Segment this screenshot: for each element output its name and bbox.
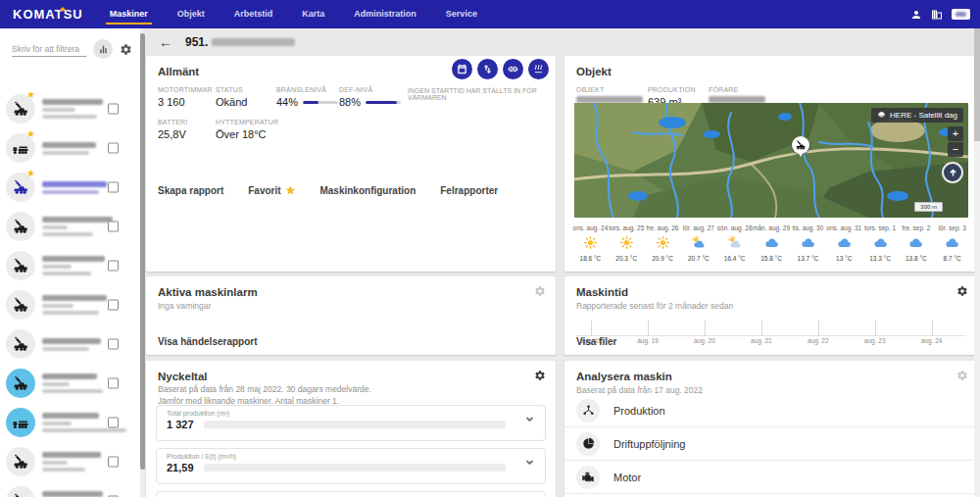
gear-icon[interactable]: [120, 43, 132, 56]
redacted-text: [42, 452, 101, 458]
transfer-button[interactable]: [477, 59, 498, 79]
nav-item-karta[interactable]: Karta: [287, 0, 339, 28]
machine-list-item[interactable]: [0, 207, 140, 246]
analyze-item[interactable]: Motor: [564, 460, 978, 493]
harvester-icon: [12, 100, 29, 118]
partly-light-icon: [716, 235, 753, 250]
weather-day-label: mån. aug. 29: [753, 224, 790, 231]
machine-text-lines: [42, 181, 107, 194]
favorit-button[interactable]: Favorit★: [248, 184, 295, 197]
map-layer-label: HERE - Satellit dag: [890, 111, 957, 120]
field-value: [576, 96, 648, 103]
field-value-text: Okänd: [216, 96, 247, 108]
redacted-text: [42, 373, 97, 379]
back-arrow-icon[interactable]: ←: [159, 35, 172, 49]
machine-checkbox[interactable]: [108, 143, 119, 154]
satellite-map[interactable]: HERE - Satellit dag + − 300 m: [574, 103, 968, 218]
machine-avatar: [6, 369, 35, 398]
nav-item-administration[interactable]: Administration: [339, 0, 431, 28]
weather-temp: 18.6 °C: [572, 255, 609, 262]
analyze-item[interactable]: Produktion: [564, 394, 978, 426]
nav-item-maskiner[interactable]: Maskiner: [95, 0, 163, 28]
redacted-text: [42, 382, 70, 386]
machine-checkbox[interactable]: [108, 457, 119, 468]
weather-day: mån. aug. 2915.8 °C: [753, 220, 790, 270]
sidebar-scrollbar-thumb[interactable]: [140, 33, 145, 470]
harvester-icon: [12, 257, 29, 274]
heater-button[interactable]: [528, 59, 549, 79]
weather-temp: 16.4 °C: [716, 255, 753, 262]
machine-list-item[interactable]: [0, 285, 140, 324]
zoom-in-button[interactable]: +: [948, 126, 963, 141]
machine-checkbox[interactable]: [108, 182, 119, 193]
user-icon[interactable]: [910, 9, 922, 21]
page-scrollbar[interactable]: [974, 28, 980, 497]
machine-list-item[interactable]: ★: [0, 128, 140, 168]
weather-day: lör. sep. 38.7 °C: [934, 220, 970, 270]
link-button[interactable]: [503, 59, 523, 79]
machine-checkbox[interactable]: [108, 261, 119, 272]
show-files-button[interactable]: Visa filer: [576, 336, 617, 347]
top-navbar: KOMATSU MaskinerObjektArbetstidKartaAdmi…: [0, 0, 980, 28]
axis-tick: [591, 321, 592, 335]
redacted-text: [42, 347, 89, 351]
harvester-icon: [12, 374, 29, 392]
gear-icon[interactable]: [956, 285, 968, 297]
machine-list-item[interactable]: [0, 246, 140, 285]
zoom-out-button[interactable]: −: [948, 142, 963, 157]
machine-time-axis: aug. 18aug. 19aug. 20aug. 21aug. 22aug. …: [576, 312, 966, 336]
gear-icon[interactable]: [534, 370, 546, 381]
machine-checkbox[interactable]: [108, 104, 119, 115]
nav-item-service[interactable]: Service: [431, 0, 492, 28]
felrapporter-button[interactable]: Felrapporter: [440, 185, 498, 196]
analyze-items: ProduktionDriftuppföljningMotor: [564, 394, 978, 497]
machine-list-item[interactable]: ★: [0, 89, 140, 128]
nav-item-objekt[interactable]: Objekt: [163, 0, 220, 28]
machine-list-item[interactable]: [0, 403, 140, 442]
map-zoom-controls: + −: [948, 126, 963, 157]
analyze-item[interactable]: Driftuppföljning: [564, 426, 978, 460]
show-event-report-button[interactable]: Visa händelserapport: [158, 336, 258, 347]
redacted-text: [42, 232, 93, 236]
forwarder-icon: [12, 414, 29, 431]
machine-list-item[interactable]: [0, 481, 140, 497]
machine-checkbox[interactable]: [108, 418, 119, 428]
general-actions: Skapa rapportFavorit★Maskinkonfiguration…: [158, 184, 498, 197]
filter-input[interactable]: [12, 42, 86, 57]
page-scrollbar-thumb[interactable]: [974, 28, 980, 141]
analyze-item-label: Motor: [613, 472, 641, 483]
field-value: 25,8V: [158, 128, 216, 140]
machine-checkbox[interactable]: [108, 300, 119, 311]
key-figure-panel[interactable]: Antal stammar / E(t)122: [156, 491, 546, 497]
sidebar-scrollbar[interactable]: [140, 28, 145, 497]
machine-list-item[interactable]: [0, 364, 140, 403]
key-figure-panel[interactable]: Total produktion (m³)1 327: [156, 405, 546, 441]
gear-icon[interactable]: [534, 285, 546, 297]
machine-list-item[interactable]: ★: [0, 168, 140, 207]
redacted-text: [42, 272, 91, 275]
maskinkonfiguration-button[interactable]: Maskinkonfiguration: [319, 185, 416, 196]
organization-icon[interactable]: [931, 9, 943, 21]
nav-item-arbetstid[interactable]: Arbetstid: [220, 0, 288, 28]
gear-icon[interactable]: [956, 370, 968, 381]
machine-map-marker[interactable]: [792, 136, 809, 154]
bar-chart-icon[interactable]: [93, 39, 113, 59]
key-figure-panel[interactable]: Produktion / E(t) (m³/h)21,59: [156, 448, 546, 484]
machine-text-lines: [42, 295, 107, 315]
machine-list-item[interactable]: [0, 442, 140, 481]
machine-list-item[interactable]: [0, 324, 140, 364]
machine-checkbox[interactable]: [108, 222, 119, 232]
calendar-button[interactable]: [452, 59, 472, 79]
machine-checkbox[interactable]: [108, 378, 119, 389]
skapa-rapport-button[interactable]: Skapa rapport: [158, 185, 223, 196]
map-locate-button[interactable]: [942, 162, 963, 183]
field-label: BATTERI: [158, 119, 216, 125]
chevron-down-icon[interactable]: [525, 415, 534, 423]
machine-text-lines: [42, 373, 103, 393]
map-layer-control[interactable]: HERE - Satellit dag: [871, 108, 963, 123]
cloud-icon: [826, 235, 862, 250]
chevron-down-icon[interactable]: [525, 458, 534, 467]
user-initials-badge[interactable]: [952, 9, 970, 20]
machine-checkbox[interactable]: [108, 339, 119, 350]
analyze-item[interactable]: [564, 493, 978, 497]
